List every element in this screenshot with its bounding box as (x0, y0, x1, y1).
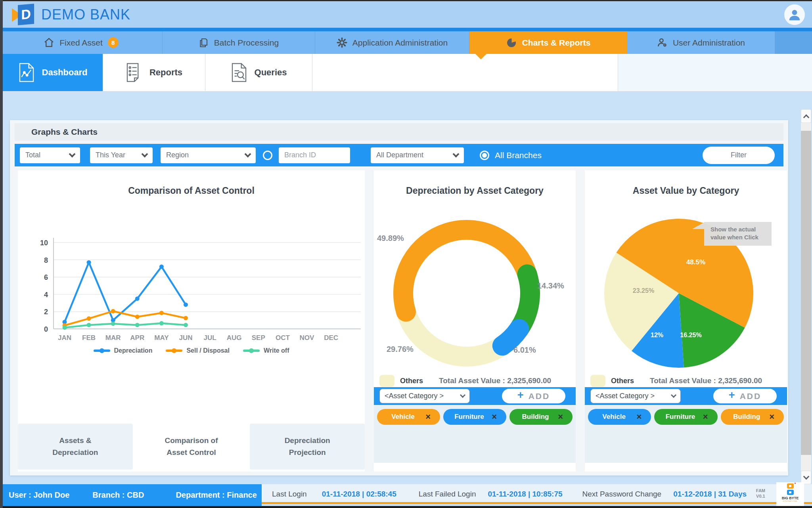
tag-furniture[interactable]: Furniture× (443, 409, 506, 425)
dropdown-value: Total (25, 151, 40, 159)
app-window: D DEMO BANK Fixed Asset 8 Batch Processi… (0, 0, 812, 508)
tab-queries[interactable]: Queries (205, 54, 312, 91)
dropdown-value: <Asset Category > (385, 392, 444, 400)
plus-icon: + (517, 389, 524, 401)
user-avatar[interactable] (784, 4, 805, 25)
close-icon[interactable]: × (703, 413, 708, 421)
nav-item-user-administration[interactable]: User Administration (627, 31, 775, 54)
tag-label: Building (733, 413, 760, 421)
add-category-button[interactable]: +ADD (502, 389, 565, 403)
vendor-logo-square-blue (787, 490, 794, 495)
filter-button[interactable]: Filter (703, 147, 775, 164)
logo-letter: D (21, 6, 31, 22)
vendor-logo-inner (789, 491, 791, 493)
tab-depreciation-projection[interactable]: Depreciation Projection (250, 424, 365, 470)
line-chart[interactable]: 0246810JANFEBMARAPRMAYJUNJULAUGSEPOCTNOV… (18, 170, 365, 353)
close-icon[interactable]: × (636, 413, 642, 421)
legend-item-depreciation[interactable]: Depreciation (94, 347, 153, 354)
branch-id-radio[interactable] (263, 151, 272, 160)
svg-text:8: 8 (44, 256, 48, 264)
tag-label: Building (522, 413, 549, 421)
category-toolbar: <Asset Category > +ADD (585, 387, 787, 405)
branch-id-input[interactable] (279, 147, 350, 163)
nav-label: Charts & Reports (522, 38, 591, 48)
brand-title: DEMO BANK (41, 6, 130, 23)
tag-furniture[interactable]: Furniture× (654, 409, 717, 425)
chevron-down-icon (453, 151, 460, 157)
nav-label: Batch Processing (214, 38, 279, 48)
others-swatch (379, 375, 395, 387)
asset-category-dropdown[interactable]: <Asset Category > (590, 389, 681, 403)
region-dropdown[interactable]: Region (161, 147, 256, 163)
nav-item-batch-processing[interactable]: Batch Processing (163, 31, 315, 54)
others-label: Others (611, 377, 634, 385)
total-asset-value: Total Asset Value : 2,325,690.00 (439, 376, 551, 385)
dashboard-doc-icon (18, 63, 35, 82)
app-version: FAM V0.1 (756, 488, 765, 499)
nav-label: Fixed Asset (59, 38, 103, 48)
close-icon[interactable]: × (492, 413, 497, 421)
vertical-scrollbar (800, 109, 812, 484)
plus-icon: + (729, 389, 735, 401)
scroll-up-button[interactable] (801, 109, 811, 123)
tab-comparison-asset-control[interactable]: Comparison of Asset Control (134, 424, 249, 470)
chevron-down-icon (671, 392, 676, 397)
login-info-bar: Last Login 01-11-2018 | 02:58:45 Last Fa… (262, 484, 812, 504)
nav-item-fixed-asset[interactable]: Fixed Asset 8 (0, 31, 163, 54)
slice-label: 29.76% (387, 345, 414, 354)
pie-chart-icon (506, 37, 517, 48)
close-icon[interactable]: × (425, 413, 431, 421)
all-branches-radio[interactable] (480, 151, 489, 160)
tag-vehicle[interactable]: Vehicle× (377, 409, 440, 425)
legend-dot (172, 348, 176, 353)
year-dropdown[interactable]: This Year (90, 147, 153, 163)
subtab-row-filler (312, 54, 812, 91)
asset-category-dropdown[interactable]: <Asset Category > (379, 389, 470, 403)
category-tags: Vehicle× Furniture× Building× (588, 409, 784, 425)
pie-chart[interactable] (585, 170, 787, 380)
legend-item-write-off[interactable]: Write off (243, 347, 289, 354)
svg-text:2: 2 (44, 308, 48, 316)
copy-icon (199, 38, 209, 48)
legend-dot (100, 348, 104, 353)
close-icon[interactable]: × (769, 413, 774, 421)
footer-user: User : John Doe (9, 491, 69, 500)
status-footer: User : John Doe Branch : CBD Department … (0, 484, 812, 504)
main-panel: Graphs & Charts Total This Year Region A… (10, 120, 788, 476)
app-header: D DEMO BANK (0, 1, 812, 28)
legend-swatch (166, 349, 182, 352)
reports-doc-icon (126, 63, 142, 82)
svg-text:4: 4 (44, 291, 48, 299)
subtab-label: Queries (255, 67, 287, 78)
tag-vehicle[interactable]: Vehicle× (588, 409, 651, 425)
legend-item-sell-disposal[interactable]: Sell / Disposal (166, 347, 229, 354)
tag-building[interactable]: Building× (721, 409, 784, 425)
department-dropdown[interactable]: All Department (371, 147, 464, 163)
tag-building[interactable]: Building× (509, 409, 573, 425)
close-icon[interactable]: × (558, 413, 563, 421)
others-swatch (590, 375, 605, 387)
svg-text:JAN: JAN (58, 334, 71, 342)
tab-dashboard[interactable]: Dashboard (3, 54, 103, 91)
tab-assets-depreciation[interactable]: Assets & Depreciation (18, 424, 133, 470)
bank-logo-icon: D (12, 4, 35, 26)
others-legend-row: Others Total Asset Value : 2,325,690.00 (590, 375, 762, 387)
scrollbar-thumb[interactable] (801, 131, 811, 455)
add-category-button[interactable]: +ADD (713, 389, 777, 403)
add-label: ADD (740, 392, 762, 401)
nav-item-charts-reports[interactable]: Charts & Reports (469, 31, 627, 54)
svg-text:NOV: NOV (300, 334, 315, 342)
all-branches-label: All Branches (495, 151, 542, 160)
logo-flag: D (18, 4, 34, 25)
nav-item-application-administration[interactable]: Application Administration (315, 31, 469, 54)
active-tab-pointer (475, 53, 487, 59)
last-login-value: 01-11-2018 | 02:58:45 (322, 490, 396, 498)
legend-label: Write off (264, 347, 289, 354)
total-dropdown[interactable]: Total (20, 147, 80, 163)
chevron-down-icon (69, 151, 76, 157)
tab-reports[interactable]: Reports (103, 54, 205, 91)
next-password-change-value: 01-12-2018 | 31 Days (673, 490, 747, 498)
tag-label: Vehicle (602, 413, 626, 421)
slice-label: 12% (645, 332, 669, 339)
fixed-asset-count-badge: 8 (108, 37, 119, 48)
